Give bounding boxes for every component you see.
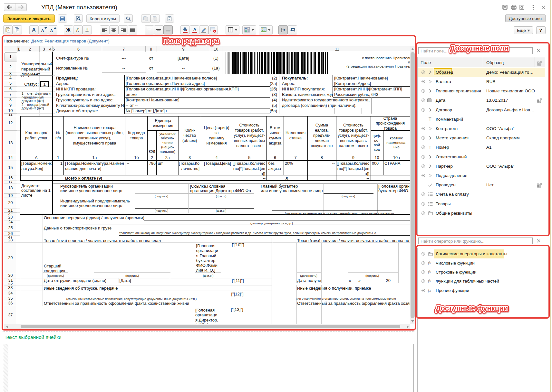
svg-text:R: R bbox=[248, 28, 249, 30]
svg-text:Доступные поля: Доступные поля bbox=[450, 44, 508, 52]
svg-text:A: A bbox=[193, 27, 197, 32]
svg-text:Доступные функции: Доступные функции bbox=[436, 304, 508, 312]
svg-text:Поле редактора: Поле редактора bbox=[163, 37, 219, 45]
